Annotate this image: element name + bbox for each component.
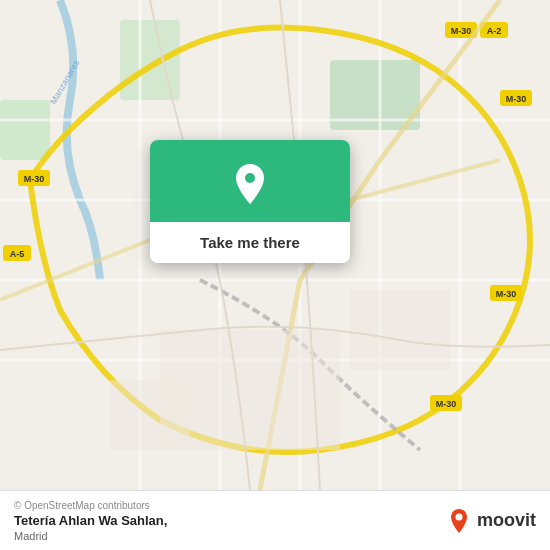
place-name: Tetería Ahlan Wa Sahlan, [14, 513, 167, 528]
svg-text:M-30: M-30 [451, 26, 472, 36]
svg-text:M-30: M-30 [436, 399, 457, 409]
bottom-bar: © OpenStreetMap contributors Tetería Ahl… [0, 490, 550, 550]
svg-point-31 [245, 173, 255, 183]
map-container: M-30 M-30 M-30 M-30 A-2 A-5 M-30 Manzana… [0, 0, 550, 490]
svg-rect-2 [120, 20, 180, 100]
svg-text:M-30: M-30 [496, 289, 517, 299]
svg-rect-30 [110, 380, 190, 450]
svg-text:A-5: A-5 [10, 249, 25, 259]
place-city: Madrid [14, 530, 167, 542]
moovit-icon [445, 507, 473, 535]
svg-text:M-30: M-30 [24, 174, 45, 184]
svg-rect-29 [350, 290, 450, 370]
svg-text:A-2: A-2 [487, 26, 502, 36]
location-pin-icon [226, 160, 274, 208]
location-card: Take me there [150, 140, 350, 263]
moovit-logo: moovit [445, 507, 536, 535]
moovit-text: moovit [477, 510, 536, 531]
card-header [150, 140, 350, 222]
place-info: Tetería Ahlan Wa Sahlan, [14, 513, 167, 528]
take-me-there-button[interactable]: Take me there [150, 222, 350, 263]
svg-rect-3 [0, 100, 50, 160]
attribution-text: © OpenStreetMap contributors [14, 500, 167, 511]
svg-point-32 [455, 513, 462, 520]
svg-text:M-30: M-30 [506, 94, 527, 104]
bottom-left-info: © OpenStreetMap contributors Tetería Ahl… [14, 500, 167, 542]
